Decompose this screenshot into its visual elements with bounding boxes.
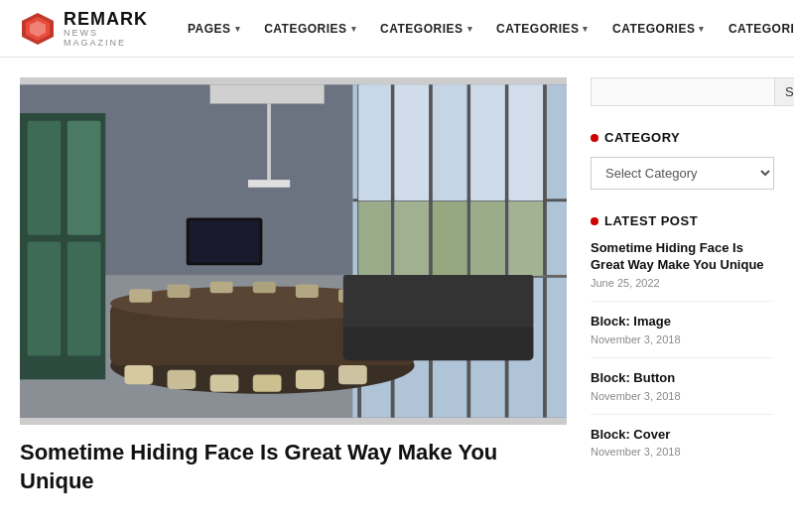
header: REMARK NEWS MAGAZINE PAGES ▾ CATEGORIES … <box>0 0 794 58</box>
nav-item-categories-5[interactable]: CATEGORIES ▾ <box>719 0 794 58</box>
svg-rect-43 <box>168 285 191 298</box>
chevron-down-icon: ▾ <box>351 24 357 34</box>
article-title: Sometime Hiding Face Is Great Way Make Y… <box>20 439 567 495</box>
main-content: Sometime Hiding Face Is Great Way Make Y… <box>0 58 794 515</box>
svg-rect-40 <box>296 370 325 389</box>
post-title[interactable]: Block: Button <box>591 370 774 387</box>
conference-room-svg <box>20 77 567 425</box>
logo-title: REMARK <box>64 10 148 28</box>
svg-rect-38 <box>210 375 239 392</box>
nav-item-categories-2[interactable]: CATEGORIES ▾ <box>370 0 482 58</box>
category-section: CATEGORY Select Category <box>591 130 774 190</box>
svg-rect-36 <box>124 365 153 384</box>
post-title[interactable]: Block: Cover <box>591 427 774 444</box>
nav-item-categories-1[interactable]: CATEGORIES ▾ <box>254 0 366 58</box>
svg-rect-9 <box>67 121 101 235</box>
post-title[interactable]: Sometime Hiding Face Is Great Way Make Y… <box>591 240 774 274</box>
svg-rect-41 <box>338 365 367 384</box>
svg-rect-49 <box>190 220 260 262</box>
latest-post-heading: LATEST POST <box>591 213 774 228</box>
main-nav: PAGES ▾ CATEGORIES ▾ CATEGORIES ▾ CATEGO… <box>178 0 794 58</box>
svg-rect-30 <box>210 84 325 103</box>
category-heading: CATEGORY <box>591 130 774 145</box>
chevron-down-icon: ▾ <box>467 24 473 34</box>
list-item: Block: Button November 3, 2018 <box>591 370 774 415</box>
nav-item-pages[interactable]: PAGES ▾ <box>178 0 250 58</box>
svg-rect-37 <box>168 370 197 389</box>
svg-rect-25 <box>358 201 391 276</box>
left-column: Sometime Hiding Face Is Great Way Make Y… <box>20 77 567 495</box>
svg-rect-46 <box>296 285 319 298</box>
svg-rect-45 <box>253 282 276 293</box>
svg-rect-44 <box>210 282 233 293</box>
list-item: Block: Cover November 3, 2018 <box>591 427 774 470</box>
logo[interactable]: REMARK NEWS MAGAZINE <box>20 10 148 48</box>
svg-rect-26 <box>395 201 429 276</box>
post-date: June 25, 2022 <box>591 277 774 289</box>
svg-rect-21 <box>395 84 429 200</box>
search-box: Search <box>591 77 774 106</box>
svg-rect-24 <box>509 84 543 200</box>
svg-rect-31 <box>267 103 271 180</box>
list-item: Block: Image November 3, 2018 <box>591 314 774 358</box>
svg-rect-32 <box>248 180 290 188</box>
svg-rect-28 <box>470 201 504 276</box>
svg-rect-51 <box>343 275 534 328</box>
svg-rect-15 <box>466 84 470 417</box>
featured-image <box>20 77 567 425</box>
svg-rect-22 <box>433 84 466 200</box>
svg-rect-50 <box>343 323 534 360</box>
chevron-down-icon: ▾ <box>235 24 241 34</box>
svg-rect-7 <box>28 121 62 235</box>
logo-subtitle: NEWS MAGAZINE <box>64 28 148 48</box>
list-item: Sometime Hiding Face Is Great Way Make Y… <box>591 240 774 302</box>
svg-rect-16 <box>505 84 509 417</box>
post-date: November 3, 2018 <box>591 333 774 345</box>
svg-rect-23 <box>470 84 504 200</box>
svg-rect-8 <box>28 241 62 355</box>
search-button[interactable]: Search <box>775 77 794 106</box>
logo-icon <box>20 11 56 47</box>
svg-rect-14 <box>429 84 433 417</box>
nav-item-categories-3[interactable]: CATEGORIES ▾ <box>486 0 598 58</box>
latest-post-section: LATEST POST Sometime Hiding Face Is Grea… <box>591 213 774 469</box>
search-input[interactable] <box>591 77 775 106</box>
nav-item-categories-4[interactable]: CATEGORIES ▾ <box>602 0 715 58</box>
svg-rect-42 <box>129 289 152 302</box>
right-sidebar: Search CATEGORY Select Category LATEST P… <box>591 77 774 495</box>
svg-rect-27 <box>433 201 466 276</box>
svg-rect-17 <box>543 84 547 417</box>
chevron-down-icon: ▾ <box>583 24 589 34</box>
svg-rect-29 <box>509 201 543 276</box>
svg-rect-39 <box>253 375 282 392</box>
category-dot <box>591 134 598 142</box>
latest-post-dot <box>591 217 598 225</box>
post-date: November 3, 2018 <box>591 446 774 458</box>
svg-rect-20 <box>358 84 391 200</box>
svg-rect-10 <box>67 241 101 355</box>
post-title[interactable]: Block: Image <box>591 314 774 331</box>
category-select[interactable]: Select Category <box>591 157 774 190</box>
post-date: November 3, 2018 <box>591 390 774 402</box>
chevron-down-icon: ▾ <box>699 24 705 34</box>
